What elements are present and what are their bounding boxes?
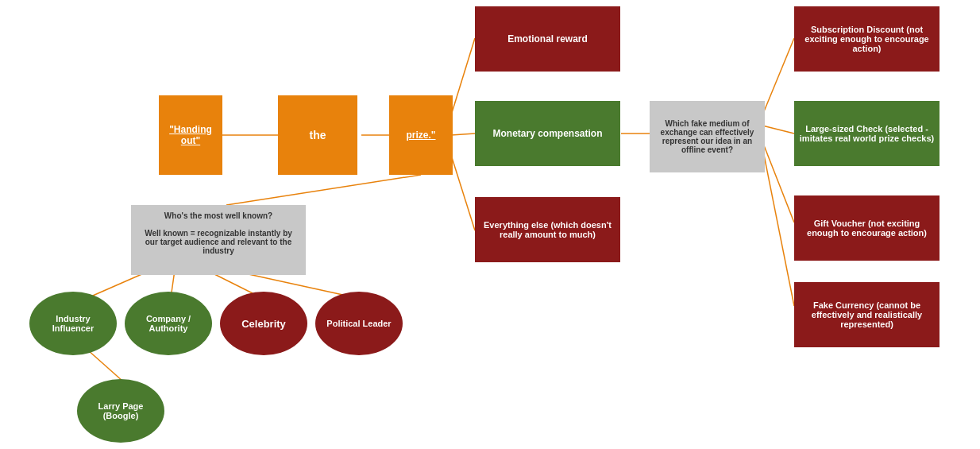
svg-line-6 bbox=[762, 38, 794, 115]
large-check-label: Large-sized Check (selected - imitates r… bbox=[799, 124, 935, 143]
svg-line-10 bbox=[226, 175, 421, 205]
company-authority-label: Company / Authority bbox=[129, 314, 207, 333]
everything-else-node: Everything else (which doesn't really am… bbox=[475, 197, 620, 262]
handing-out-node: "Handing out" bbox=[159, 95, 222, 175]
gift-voucher-node: Gift Voucher (not exciting enough to enc… bbox=[794, 195, 939, 261]
svg-line-8 bbox=[762, 141, 794, 223]
larry-page-node: Larry Page (Boogle) bbox=[77, 379, 164, 443]
who-most-known-node: Who's the most well known?Well known = r… bbox=[131, 205, 306, 275]
svg-line-7 bbox=[762, 126, 794, 134]
everything-else-label: Everything else (which doesn't really am… bbox=[480, 220, 615, 239]
prize-label: prize." bbox=[406, 130, 435, 141]
svg-line-4 bbox=[451, 155, 475, 230]
svg-line-9 bbox=[762, 147, 794, 306]
the-node: the bbox=[278, 95, 357, 175]
svg-line-3 bbox=[451, 134, 475, 135]
fake-currency-node: Fake Currency (cannot be effectively and… bbox=[794, 282, 939, 347]
large-check-node: Large-sized Check (selected - imitates r… bbox=[794, 101, 939, 166]
prize-node: prize." bbox=[389, 95, 453, 175]
political-leader-node: Political Leader bbox=[315, 292, 403, 355]
subscription-discount-label: Subscription Discount (not exciting enou… bbox=[799, 25, 935, 53]
monetary-compensation-node: Monetary compensation bbox=[475, 101, 620, 166]
which-fake-node: Which fake medium of exchange can effect… bbox=[650, 101, 765, 172]
subscription-discount-node: Subscription Discount (not exciting enou… bbox=[794, 6, 939, 72]
monetary-compensation-label: Monetary compensation bbox=[492, 128, 602, 139]
which-fake-label: Which fake medium of exchange can effect… bbox=[654, 119, 760, 154]
emotional-reward-node: Emotional reward bbox=[475, 6, 620, 72]
industry-influencer-label: Industry Influencer bbox=[34, 314, 112, 333]
company-authority-node: Company / Authority bbox=[125, 292, 212, 355]
celebrity-node: Celebrity bbox=[220, 292, 307, 355]
who-most-known-label: Who's the most well known?Well known = r… bbox=[137, 211, 299, 255]
svg-line-15 bbox=[87, 350, 123, 381]
gift-voucher-label: Gift Voucher (not exciting enough to enc… bbox=[799, 219, 935, 238]
emotional-reward-label: Emotional reward bbox=[507, 33, 588, 45]
larry-page-label: Larry Page (Boogle) bbox=[82, 401, 160, 420]
fake-currency-label: Fake Currency (cannot be effectively and… bbox=[799, 300, 935, 329]
celebrity-label: Celebrity bbox=[241, 318, 286, 330]
industry-influencer-node: Industry Influencer bbox=[29, 292, 117, 355]
political-leader-label: Political Leader bbox=[326, 319, 391, 328]
svg-line-2 bbox=[451, 38, 475, 115]
the-label: the bbox=[310, 129, 326, 141]
handing-out-label: "Handing out" bbox=[164, 124, 218, 146]
